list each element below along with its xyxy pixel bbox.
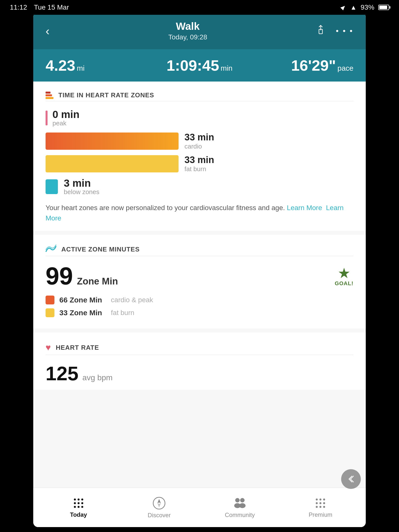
svg-point-20: [316, 502, 318, 504]
svg-marker-11: [157, 499, 161, 503]
azm-unit: Zone Min: [77, 276, 118, 287]
azm-title: ACTIVE ZONE MINUTES: [61, 246, 140, 253]
date-display: Tue 15 Mar: [34, 3, 69, 11]
svg-point-4: [74, 502, 76, 504]
svg-point-2: [78, 499, 80, 500]
hr-avg-unit: avg bpm: [82, 373, 113, 382]
azm-cardio-label: cardio & peak: [111, 296, 153, 304]
svg-point-5: [78, 502, 80, 504]
azm-icon: [46, 245, 56, 254]
nav-discover[interactable]: Discover: [119, 497, 200, 519]
svg-point-6: [81, 502, 83, 504]
today-label: Today: [70, 511, 87, 518]
more-options-button[interactable]: • • •: [336, 26, 353, 35]
header: ‹ Walk Today, 09:28 • • •: [33, 12, 366, 49]
azm-total: 99: [46, 264, 73, 288]
fatburn-bar: [46, 155, 179, 172]
svg-point-1: [74, 499, 76, 500]
svg-point-15: [240, 498, 245, 502]
workout-datetime: Today, 09:28: [60, 33, 315, 41]
nav-community[interactable]: Community: [200, 497, 280, 518]
azm-cardio-value: 66 Zone Min: [59, 296, 102, 304]
heart-rate-section: ♥ HEART RATE 125 avg bpm: [33, 332, 366, 390]
azm-fatburn-box: [46, 308, 54, 317]
azm-fatburn-label: fat burn: [111, 309, 134, 317]
nav-today[interactable]: Today: [38, 497, 119, 518]
hrz-icon: [46, 92, 53, 99]
azm-cardio-box: [46, 296, 54, 304]
peak-indicator: [46, 111, 48, 125]
learn-more-link[interactable]: Learn More: [287, 204, 322, 212]
svg-point-18: [319, 499, 321, 500]
today-icon: [72, 497, 85, 509]
floating-collapse-button[interactable]: [341, 469, 361, 489]
zones-info-text: Your heart zones are now personalized to…: [46, 203, 353, 223]
nav-premium[interactable]: Premium: [280, 497, 361, 518]
goal-badge: ★ GOAL!: [335, 266, 353, 287]
peak-value: 0 min: [52, 109, 80, 120]
svg-point-7: [74, 506, 76, 508]
below-zones-icon: [46, 179, 58, 194]
premium-icon: [314, 497, 327, 509]
cardio-zone-row: 33 min cardio: [46, 132, 353, 150]
goal-star-icon: ★: [338, 266, 350, 280]
duration-value: 1:09:45: [166, 57, 219, 74]
azm-fatburn-value: 33 Zone Min: [59, 309, 102, 317]
svg-marker-12: [157, 503, 161, 507]
premium-label: Premium: [309, 511, 332, 518]
bottom-nav: Today Discover: [33, 488, 366, 527]
below-zones-row: 3 min below zones: [46, 177, 353, 196]
fatburn-zone-row: 33 min fat burn: [46, 155, 353, 173]
fatburn-label: fat burn: [184, 165, 214, 173]
fatburn-value: 33 min: [184, 155, 214, 165]
svg-point-8: [78, 506, 80, 508]
svg-point-16: [239, 503, 246, 508]
discover-label: Discover: [148, 512, 171, 519]
peak-zone-row: 0 min peak: [46, 109, 353, 127]
distance-unit: mi: [77, 64, 85, 72]
below-zones-label: below zones: [64, 188, 100, 196]
cardio-bar: [46, 133, 179, 150]
svg-point-3: [81, 499, 83, 500]
workout-title: Walk: [60, 20, 315, 32]
cardio-label: cardio: [184, 143, 214, 150]
svg-point-23: [316, 506, 318, 508]
content-scroll[interactable]: TIME IN HEART RATE ZONES 0 min peak 33 m…: [33, 82, 366, 488]
back-button[interactable]: ‹: [46, 24, 60, 38]
duration-unit: min: [221, 64, 233, 72]
hrz-title: TIME IN HEART RATE ZONES: [58, 91, 154, 99]
svg-point-17: [316, 499, 318, 500]
svg-point-9: [81, 506, 83, 508]
pace-stat: 16'29"pace: [251, 57, 353, 74]
azm-section: ACTIVE ZONE MINUTES 99 Zone Min ★ GOAL! …: [33, 235, 366, 329]
discover-icon: [152, 497, 166, 510]
duration-stat: 1:09:45min: [148, 57, 251, 74]
pace-unit: pace: [337, 64, 353, 72]
distance-stat: 4.23mi: [46, 57, 148, 74]
distance-value: 4.23: [46, 57, 75, 74]
hr-title: HEART RATE: [56, 344, 99, 351]
peak-label: peak: [52, 119, 80, 127]
community-label: Community: [225, 512, 255, 518]
azm-breakdown: 66 Zone Min cardio & peak 33 Zone Min fa…: [46, 296, 353, 317]
header-center: Walk Today, 09:28: [60, 20, 315, 41]
time-display: 11:12: [10, 3, 27, 11]
svg-point-22: [323, 502, 325, 504]
goal-label: GOAL!: [335, 280, 353, 287]
svg-point-19: [323, 499, 325, 500]
location-icon: [340, 4, 346, 10]
heart-icon: ♥: [46, 342, 51, 353]
wifi-icon: ▲: [350, 4, 357, 11]
svg-point-24: [319, 506, 321, 508]
below-zones-value: 3 min: [64, 177, 100, 189]
svg-point-21: [319, 502, 321, 504]
share-button[interactable]: [315, 24, 326, 37]
heart-rate-zones-section: TIME IN HEART RATE ZONES 0 min peak 33 m…: [33, 82, 366, 231]
status-bar: 11:12 Tue 15 Mar ▲ 93%: [0, 0, 399, 15]
stats-banner: 4.23mi 1:09:45min 16'29"pace: [33, 49, 366, 82]
hr-avg-value: 125: [46, 362, 78, 385]
pace-value: 16'29": [291, 57, 336, 74]
app-container: ‹ Walk Today, 09:28 • • • 4.23mi 1:09:45…: [33, 12, 366, 527]
battery-percent: 93%: [361, 3, 374, 11]
cardio-value: 33 min: [184, 132, 214, 143]
